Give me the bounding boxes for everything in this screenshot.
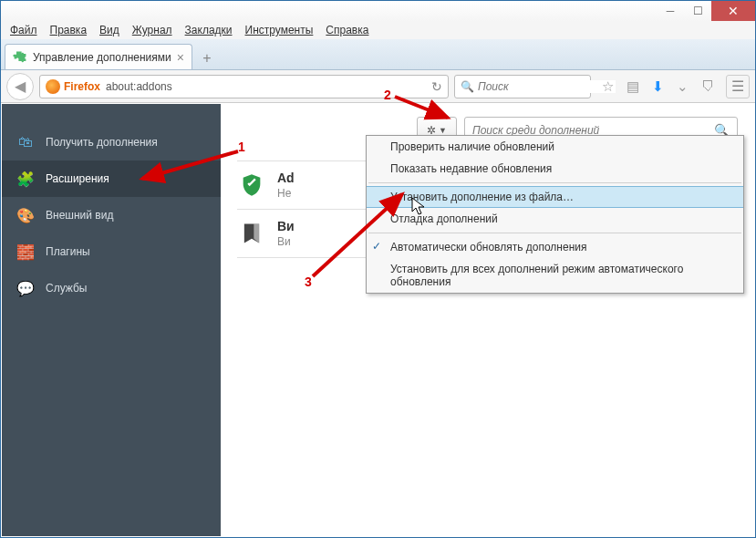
menu-history[interactable]: Журнал: [127, 22, 178, 38]
addon-name: Ви: [277, 219, 295, 233]
menu-auto-update[interactable]: ✓ Автоматически обновлять дополнения: [367, 236, 743, 258]
sidebar-item-services[interactable]: 💬 Службы: [2, 270, 221, 306]
dropdown-caret-icon: ▼: [439, 126, 447, 135]
menu-show-recent-updates[interactable]: Показать недавние обновления: [367, 158, 743, 180]
identity-box[interactable]: Firefox: [46, 79, 100, 94]
appearance-icon: 🎨: [16, 206, 35, 224]
services-icon: 💬: [16, 279, 35, 297]
close-tab-icon[interactable]: ×: [177, 50, 184, 65]
url-input[interactable]: [106, 80, 426, 93]
menu-edit[interactable]: Правка: [45, 22, 93, 38]
navigation-toolbar: ◀ Firefox ↻ 🔍 ☆ ▤ ⬇ ⌄ ⛉ ☰: [1, 70, 755, 103]
menu-tools[interactable]: Инструменты: [240, 22, 319, 38]
menu-bar: Файл Правка Вид Журнал Закладки Инструме…: [1, 21, 755, 39]
url-bar[interactable]: Firefox ↻: [39, 75, 449, 98]
downloads-icon[interactable]: ⬇: [652, 78, 664, 95]
tab-title: Управление дополнениями: [33, 51, 171, 64]
shield-icon[interactable]: ⛉: [701, 78, 715, 94]
menu-reset-auto-update[interactable]: Установить для всех дополнений режим авт…: [367, 258, 743, 293]
menu-help[interactable]: Справка: [320, 22, 374, 38]
menu-bookmarks[interactable]: Закладки: [180, 22, 238, 38]
pocket-icon[interactable]: ⌄: [677, 78, 689, 95]
menu-separator: [368, 182, 741, 183]
firefox-icon: [46, 79, 60, 94]
minimize-button[interactable]: ─: [657, 1, 684, 21]
search-bar[interactable]: 🔍: [454, 75, 591, 98]
check-icon: ✓: [372, 240, 381, 253]
app-menu-button[interactable]: ☰: [726, 75, 750, 98]
menu-view[interactable]: Вид: [94, 22, 125, 38]
tab-addons[interactable]: Управление дополнениями ×: [5, 44, 192, 69]
maximize-button[interactable]: ☐: [684, 1, 711, 21]
sidebar-item-get-addons[interactable]: 🛍 Получить дополнения: [2, 124, 221, 160]
addon-name: Ad: [277, 171, 295, 185]
addon-desc: Не: [277, 187, 295, 200]
search-icon: 🔍: [461, 80, 474, 93]
sidebar-item-extensions[interactable]: 🧩 Расширения: [2, 160, 221, 197]
new-tab-button[interactable]: +: [194, 47, 220, 69]
window-titlebar: ─ ☐ ✕: [1, 1, 755, 21]
sidebar-item-appearance[interactable]: 🎨 Внешний вид: [2, 197, 221, 233]
addon-desc: Ви: [277, 235, 295, 248]
tab-strip: Управление дополнениями × +: [1, 39, 755, 70]
close-button[interactable]: ✕: [711, 1, 755, 21]
extensions-icon: 🧩: [16, 170, 35, 188]
menu-install-from-file[interactable]: Установить дополнение из файла…: [367, 186, 743, 208]
search-input[interactable]: [478, 80, 616, 93]
menu-separator: [368, 233, 741, 233]
menu-debug-addons[interactable]: Отладка дополнений: [367, 208, 743, 230]
reload-icon[interactable]: ↻: [431, 79, 442, 94]
menu-check-updates[interactable]: Проверить наличие обновлений: [367, 136, 743, 158]
bookmark-star-icon[interactable]: ☆: [602, 78, 614, 95]
back-button[interactable]: ◀: [6, 73, 34, 100]
sidebar-item-plugins[interactable]: 🧱 Плагины: [2, 233, 221, 270]
addon-bookmark-icon: [237, 219, 266, 248]
get-addons-icon: 🛍: [16, 133, 35, 151]
bookmarks-menu-icon[interactable]: ▤: [627, 78, 639, 95]
gear-dropdown-menu: Проверить наличие обновлений Показать не…: [366, 135, 744, 294]
puzzle-icon: [13, 50, 27, 65]
addon-shield-icon: [237, 171, 266, 200]
addons-sidebar: 🛍 Получить дополнения 🧩 Расширения 🎨 Вне…: [2, 104, 221, 536]
menu-file[interactable]: Файл: [5, 22, 43, 38]
plugins-icon: 🧱: [16, 243, 35, 261]
